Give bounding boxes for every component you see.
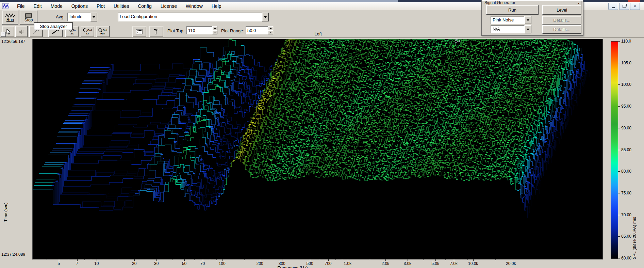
colorbar-tick — [618, 128, 620, 128]
chevron-down-icon[interactable] — [525, 16, 531, 24]
x-minor-tick — [423, 259, 424, 260]
colorbar-tick-label: 90.00 — [621, 126, 631, 130]
spl-axis-label: SPL (dB re 20uPA) rms — [632, 68, 637, 259]
menu-window[interactable]: Window — [181, 3, 207, 10]
load-configuration-value: Load Configuration — [118, 13, 262, 21]
minimize-icon — [612, 7, 615, 8]
x-tick-label: 100 — [219, 261, 226, 266]
menu-edit[interactable]: Edit — [29, 3, 46, 10]
x-tick — [348, 259, 348, 261]
zoom-full-amount: Full — [100, 32, 105, 35]
speaker-mute-button[interactable] — [15, 26, 28, 37]
x-tick-label: 30 — [154, 261, 159, 266]
x-minor-tick — [320, 259, 320, 260]
x-tick-label: 20.0k — [506, 261, 516, 266]
load-configuration-combo[interactable]: Load Configuration — [118, 13, 269, 21]
waterfall-plot-region: Left − 12:36:56.187 12:37:24.089 Time (s… — [0, 37, 644, 268]
menu-mode[interactable]: Mode — [46, 3, 67, 10]
x-minor-tick — [119, 259, 119, 260]
run-analyzer-button[interactable]: Run — [2, 11, 18, 25]
x-minor-tick — [495, 259, 496, 260]
menu-utilities[interactable]: Utilities — [109, 3, 133, 10]
avg-label: Avg — [56, 14, 63, 19]
spin-down-icon[interactable] — [212, 30, 217, 34]
plot-top-input[interactable] — [186, 26, 213, 34]
colorbar-tick — [618, 258, 620, 258]
plot-range-spinner[interactable] — [268, 26, 273, 34]
generator-run-button[interactable]: Run — [486, 5, 539, 15]
generator-level-button[interactable]: Level — [542, 5, 581, 15]
close-icon: ✕ — [578, 2, 580, 5]
menu-options[interactable]: Options — [67, 3, 92, 10]
generator-run-label: Run — [508, 7, 516, 13]
chevron-down-icon[interactable] — [525, 25, 531, 33]
pane-collapse-button[interactable]: − — [1, 32, 6, 37]
generator-source-a-combo[interactable]: Pink Noise — [491, 16, 531, 24]
zoom-out-full-button[interactable]: Out Full — [96, 26, 110, 37]
chevron-down-icon[interactable] — [90, 13, 97, 21]
vertical-scale-button[interactable] — [149, 26, 163, 37]
signal-generator-title: Signal Generator — [484, 0, 515, 5]
colorbar-tick-label: 75.00 — [621, 191, 631, 195]
spin-down-icon[interactable] — [268, 30, 273, 34]
colorbar-tick — [618, 171, 620, 172]
menu-config[interactable]: Config — [133, 3, 156, 10]
x-minor-tick — [172, 259, 172, 260]
x-tick-label: 700 — [325, 261, 332, 266]
x-minor-tick — [461, 259, 461, 260]
spin-up-icon[interactable] — [268, 26, 273, 30]
x-minor-tick — [445, 259, 446, 260]
x-tick-label: 1.0k — [344, 261, 351, 266]
zoom-in-amount: 2X — [70, 32, 74, 35]
x-minor-tick — [342, 259, 342, 260]
colorbar-tick-label: 65.00 — [621, 234, 631, 239]
plot-range-input[interactable] — [246, 26, 269, 34]
x-tick — [203, 259, 203, 261]
generator-details-a-button[interactable]: Details... — [542, 16, 581, 25]
x-tick — [282, 259, 282, 261]
menu-plot[interactable]: Plot — [92, 3, 109, 10]
x-tick — [511, 259, 511, 261]
x-tick — [260, 259, 260, 261]
close-button[interactable]: ✕ — [630, 3, 640, 10]
x-tick-label: 2.0k — [381, 261, 389, 266]
x-tick-label: 20 — [132, 261, 136, 266]
x-minor-tick — [216, 259, 217, 260]
minimize-button[interactable] — [608, 3, 618, 10]
menu-file[interactable]: File — [13, 3, 29, 10]
colorbar-tick-label: 105.0 — [621, 61, 631, 65]
menu-help[interactable]: Help — [207, 3, 226, 10]
x-tick — [222, 259, 222, 261]
restore-button[interactable] — [619, 3, 629, 10]
magnifier-icon — [83, 28, 87, 32]
x-minor-tick — [467, 259, 468, 260]
colorbar-tick — [618, 215, 620, 215]
plot-top-spinner[interactable] — [212, 26, 217, 34]
zoom-out-amount: 2X — [86, 32, 89, 35]
x-tick — [385, 259, 386, 261]
x-minor-tick — [194, 259, 195, 260]
zoom-out-2x-button[interactable]: Out 2X — [81, 26, 94, 37]
x-tick-label: 200 — [257, 261, 263, 266]
spin-up-icon[interactable] — [212, 26, 217, 30]
generator-details-b-button[interactable]: Details... — [542, 25, 581, 34]
waterfall-plot[interactable] — [32, 39, 603, 259]
averaging-combo[interactable]: Infinite — [67, 13, 97, 21]
colorbar-tick-label: 70.00 — [621, 212, 631, 217]
generator-source-b-combo[interactable]: N/A — [491, 25, 531, 33]
x-tick — [435, 259, 436, 261]
arrow-cursor-icon — [5, 29, 11, 35]
colorbar-tick — [618, 106, 620, 107]
plot-range-label: Plot Range: — [221, 28, 244, 33]
colorbar-tick — [618, 193, 620, 193]
x-tick-label: 3.0k — [403, 261, 411, 266]
frequency-axis-label: Frequency (Hz) — [269, 265, 316, 268]
display-options-button[interactable] — [132, 26, 146, 37]
close-icon: ✕ — [633, 4, 636, 8]
chevron-down-icon[interactable] — [262, 13, 269, 21]
time-axis-start: 12:36:56.187 — [1, 39, 25, 44]
x-minor-tick — [370, 259, 370, 260]
x-tick-label: 5.0k — [431, 261, 439, 266]
x-minor-tick — [47, 259, 47, 260]
menu-license[interactable]: License — [156, 3, 181, 10]
